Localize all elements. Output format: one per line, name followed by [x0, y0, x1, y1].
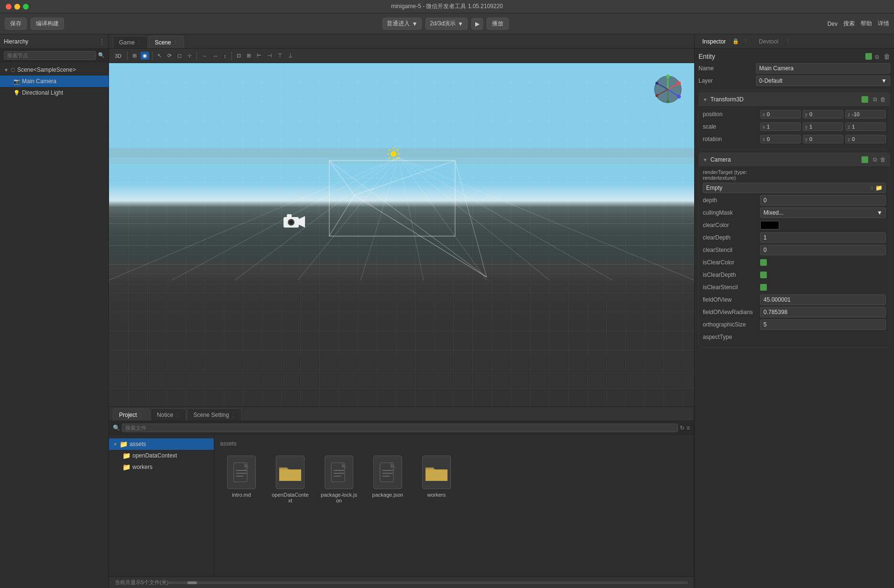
entity-name-value[interactable]: Main Camera [756, 63, 890, 74]
project-tab-menu[interactable]: ⋮ [139, 412, 143, 417]
clear-depth-value[interactable]: 1 [760, 232, 886, 243]
asset-item-package-lock[interactable]: package-lock.json [317, 453, 360, 506]
is-clear-depth-checkbox[interactable] [760, 272, 767, 278]
project-scrollbar-thumb[interactable] [187, 581, 197, 584]
bottom-btn[interactable]: ⊥ [286, 52, 295, 60]
asset-item-intro-md[interactable]: intro.md [220, 453, 263, 506]
titlebar: minigame-5 - 微信开发者工具 1.05.2109220 [0, 0, 894, 13]
entity-copy-icon[interactable]: ⧉ [875, 54, 881, 59]
save-button[interactable]: 保存 [5, 18, 27, 30]
hierarchy-menu-icon[interactable]: ⋮ [99, 38, 105, 45]
is-clear-color-checkbox[interactable] [760, 259, 767, 266]
file-tree-workers[interactable]: 📁 workers [109, 461, 214, 473]
camera-gizmo[interactable] [651, 73, 685, 106]
hierarchy-search-input[interactable] [4, 51, 96, 60]
tree-item-directional-light[interactable]: 💡 Directional Light [0, 87, 109, 98]
scale-z-input[interactable]: z 1 [845, 122, 886, 131]
select-btn[interactable]: ↖ [155, 52, 164, 60]
devtool-menu-icon[interactable]: ⋮ [785, 38, 790, 44]
scale-btn[interactable]: ◻ [175, 52, 184, 60]
snap-btn[interactable]: ⊞ [245, 52, 253, 60]
dev-button[interactable]: Dev [828, 21, 838, 27]
render-target-value[interactable]: Empty ○ 📁 [703, 183, 886, 193]
minimize-button[interactable] [14, 4, 20, 10]
asset-item-workers[interactable]: workers [415, 453, 458, 506]
tree-item-main-camera[interactable]: 📷 Main Camera [0, 76, 109, 87]
is-clear-stencil-checkbox[interactable] [760, 284, 767, 291]
3d-label[interactable]: 3D [112, 52, 124, 60]
render-target-null-icon[interactable]: ○ [870, 185, 873, 191]
ortho-size-value[interactable]: 5 [760, 319, 886, 330]
scale-y-input[interactable]: y 1 [803, 122, 843, 131]
inspector-menu-icon[interactable]: ⋮ [743, 38, 748, 44]
zoom-btn[interactable]: ↕ [222, 52, 229, 60]
play-button[interactable]: ▶ [471, 18, 483, 30]
maximize-button[interactable] [23, 4, 29, 10]
move-btn[interactable]: → [200, 52, 209, 60]
transform3d-enabled[interactable] [861, 96, 868, 103]
position-x-input[interactable]: x 0 [760, 110, 801, 119]
notice-tab-menu[interactable]: ⋮ [175, 412, 180, 417]
pan-btn[interactable]: ↔ [211, 52, 220, 60]
project-refresh-btn[interactable]: ↻ [680, 425, 685, 431]
tree-item-scene[interactable]: ▼ ⬡ Scene<SampleScene> [0, 64, 109, 76]
center-btn[interactable]: ⊣ [265, 52, 274, 60]
file-tree-assets[interactable]: ▼ 📁 assets [109, 438, 214, 450]
fov-radians-value[interactable]: 0.785398 [760, 307, 886, 317]
enter-mode-dropdown[interactable]: 普通进入 ▼ [382, 18, 422, 30]
inspector-lock-icon[interactable]: 🔒 [732, 38, 739, 44]
rotation-y-input[interactable]: y 0 [803, 135, 843, 143]
svg-point-42 [666, 75, 670, 78]
detail-button[interactable]: 详情 [878, 20, 889, 28]
transform3d-copy-icon[interactable]: ⧉ [873, 96, 877, 103]
position-z-input[interactable]: z -10 [845, 110, 886, 119]
tab-scene[interactable]: Scene ⋮ [149, 36, 184, 48]
transform3d-header[interactable]: ▼ Transform3D ⧉ 🗑 [699, 93, 890, 106]
tab-scene-menu[interactable]: ⋮ [173, 40, 178, 45]
tab-scene-setting[interactable]: Scene Setting ⋮ [187, 408, 242, 421]
grid-btn[interactable]: ⊞ [131, 52, 139, 60]
camera-enabled[interactable] [861, 156, 868, 163]
asset-item-open-data-context[interactable]: openDataContext [269, 453, 312, 506]
entity-delete-icon[interactable]: 🗑 [883, 53, 890, 60]
asset-item-package-json[interactable]: package.json [366, 453, 409, 506]
file-tree-open-data-context[interactable]: 📁 openDataContext [109, 450, 214, 461]
entity-enabled-checkbox[interactable] [865, 53, 872, 60]
tab-project[interactable]: Project ⋮ [113, 408, 150, 421]
frame-btn[interactable]: ⊡ [235, 52, 243, 60]
search-button[interactable]: 搜索 [843, 20, 855, 28]
tab-devtool[interactable]: Devtool [755, 37, 782, 46]
tab-game-menu[interactable]: ⋮ [137, 40, 142, 45]
transform3d-delete-icon[interactable]: 🗑 [880, 96, 886, 103]
view-mode-dropdown[interactable]: 2d/3d演示 ▼ [425, 18, 468, 30]
clear-color-swatch[interactable] [760, 221, 779, 229]
project-search-input[interactable] [122, 424, 678, 432]
camera-copy-icon[interactable]: ⧉ [873, 156, 877, 163]
render-btn[interactable]: ◉ [141, 52, 149, 60]
camera-delete-icon[interactable]: 🗑 [880, 156, 886, 163]
align-btn[interactable]: ⊢ [255, 52, 263, 60]
rotation-z-input[interactable]: z 0 [845, 135, 886, 143]
project-list-btn[interactable]: ≡ [687, 425, 690, 431]
close-button[interactable] [6, 4, 11, 10]
transform-btn[interactable]: ⊹ [185, 52, 194, 60]
rotate-scene-btn[interactable]: ⟳ [165, 52, 174, 60]
tab-inspector[interactable]: Inspector [698, 37, 730, 46]
clear-stencil-value[interactable]: 0 [760, 245, 886, 255]
render-target-folder-icon[interactable]: 📁 [875, 185, 883, 191]
entity-layer-dropdown[interactable]: 0-Default ▼ [756, 76, 890, 86]
camera-header[interactable]: ▼ Camera ⧉ 🗑 [699, 153, 890, 166]
position-y-input[interactable]: y 0 [803, 110, 843, 119]
culling-mask-dropdown[interactable]: Mixed... ▼ [760, 207, 886, 218]
build-button[interactable]: 编译构建 [31, 18, 64, 30]
tab-notice[interactable]: Notice ⋮ [151, 408, 186, 421]
fov-value[interactable]: 45.000001 [760, 294, 886, 305]
rotation-x-input[interactable]: x 0 [760, 135, 801, 143]
help-button[interactable]: 帮助 [861, 20, 872, 28]
top-btn[interactable]: ⊤ [276, 52, 284, 60]
scale-x-input[interactable]: x 1 [760, 122, 801, 131]
depth-value[interactable]: 0 [760, 195, 886, 206]
game-viewport[interactable] [109, 63, 694, 406]
scene-setting-tab-menu[interactable]: ⋮ [231, 412, 236, 417]
tab-game[interactable]: Game ⋮ [113, 36, 148, 48]
